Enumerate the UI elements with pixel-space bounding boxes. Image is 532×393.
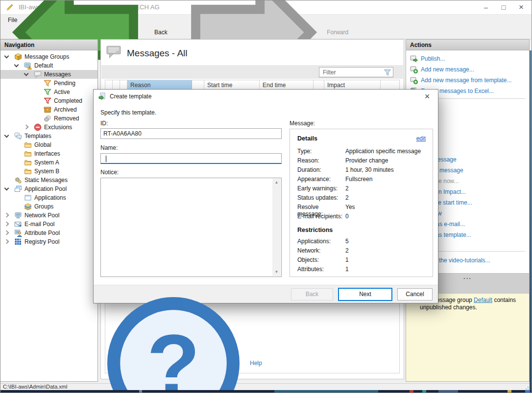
nav-item-groups[interactable]: Groups — [0, 202, 97, 211]
action-publish[interactable]: Publish... — [410, 53, 527, 64]
groups-icon — [24, 203, 32, 210]
details-header: Details — [297, 135, 317, 142]
dialog-subtitle: Specify this template. — [100, 109, 156, 116]
expander-icon[interactable] — [4, 222, 9, 227]
name-field[interactable] — [100, 153, 282, 164]
column-header-blank[interactable] — [314, 80, 324, 90]
message-label: Message: — [290, 120, 315, 127]
expander-icon[interactable] — [14, 63, 19, 68]
id-field[interactable] — [100, 128, 282, 139]
exclusion-icon — [34, 123, 42, 131]
nav-item-templates[interactable]: Templates — [0, 132, 97, 140]
expander-icon[interactable] — [4, 239, 9, 244]
column-header-blank[interactable] — [192, 80, 204, 90]
archive-box-icon — [44, 106, 51, 114]
nav-item-messages[interactable]: Messages — [0, 70, 97, 79]
expander-icon[interactable] — [4, 54, 9, 59]
back-dialog-button: Back — [291, 288, 333, 301]
nav-item-pending[interactable]: Pending — [0, 79, 97, 88]
expander-icon[interactable] — [4, 186, 9, 191]
detail-row-resolve-message: Resolve message: Yes — [297, 204, 426, 213]
nav-item-application-pool[interactable]: Application Pool — [0, 185, 97, 193]
email-icon — [14, 220, 22, 228]
monitor-warning-icon — [24, 62, 32, 69]
action-add-new-message-from-template[interactable]: Add new message from template... — [410, 75, 527, 86]
notice-textarea[interactable]: ▲ ▼ — [100, 178, 282, 277]
nav-item-message-groups[interactable]: Message Groups — [0, 52, 97, 61]
action-add-new-message[interactable]: Add new message... — [410, 64, 527, 75]
column-header-start-time[interactable]: Start time — [204, 80, 260, 90]
nav-item-removed[interactable]: Removed — [0, 114, 97, 123]
minimize-button[interactable]: – — [477, 0, 495, 15]
attribute-icon — [14, 229, 22, 237]
table-header-row: Reason Start time End time Impact — [105, 80, 399, 90]
network-icon — [14, 211, 22, 219]
nav-item-applications[interactable]: Applications — [0, 193, 97, 202]
nav-item-static-messages[interactable]: Static Messages — [0, 176, 97, 185]
folder-icon — [24, 159, 32, 166]
edit-link[interactable]: edit — [416, 135, 426, 142]
forward-button[interactable]: Forward — [174, 26, 351, 39]
nav-tree: Message Groups Default Messages Pending … — [0, 50, 97, 246]
nav-item-completed[interactable]: Completed — [0, 96, 97, 105]
close-button[interactable]: × — [512, 0, 530, 15]
nav-item-default[interactable]: Default — [0, 61, 97, 70]
nav-item-system-a[interactable]: System A — [0, 158, 97, 167]
next-button[interactable]: Next — [338, 288, 392, 301]
expander-icon[interactable] — [24, 71, 29, 76]
nav-item-global[interactable]: Global — [0, 140, 97, 149]
create-template-dialog: Create template × Specify this template.… — [93, 89, 438, 303]
help-icon: ? — [100, 290, 247, 393]
nav-item-attribute-pool[interactable]: Attribute Pool — [0, 229, 97, 237]
svg-text:?: ? — [147, 317, 200, 393]
add-message-icon — [410, 76, 418, 84]
scroll-down-icon[interactable]: ▼ — [272, 268, 281, 276]
package-icon — [14, 53, 22, 61]
nav-item-archived[interactable]: Archived — [0, 105, 97, 114]
filter-box — [319, 67, 393, 77]
publish-icon — [410, 55, 418, 63]
create-template-icon — [98, 92, 106, 100]
funnel-red-icon — [44, 97, 51, 105]
expander-icon[interactable] — [4, 133, 9, 138]
column-header-blank[interactable] — [120, 80, 127, 90]
nav-item-network-pool[interactable]: Network Pool — [0, 211, 97, 220]
nav-item-interfaces[interactable]: Interfaces — [0, 149, 97, 158]
add-message-icon — [410, 66, 418, 73]
nav-item-system-b[interactable]: System B — [0, 167, 97, 176]
message-details-box: Details edit Type: Application specific … — [290, 129, 433, 277]
column-header-impact[interactable]: Impact — [324, 80, 381, 90]
filter-strip — [101, 65, 403, 79]
nav-item-active[interactable]: Active — [0, 88, 97, 96]
notice-label: Notice: — [100, 169, 119, 176]
help-link[interactable]: ? Help — [100, 290, 262, 393]
expander-icon[interactable] — [4, 213, 9, 218]
dialog-title: Create template — [110, 93, 151, 100]
column-header-blank[interactable] — [381, 80, 399, 90]
nav-item-registry-pool[interactable]: Registry Pool — [0, 237, 97, 246]
cancel-button[interactable]: Cancel — [397, 288, 433, 301]
expander-icon[interactable] — [24, 125, 29, 130]
navigation-panel: Navigation Message Groups Default Messag… — [0, 39, 98, 382]
column-header-blank[interactable] — [105, 80, 113, 90]
scroll-up-icon[interactable]: ▲ — [272, 179, 281, 186]
column-header-blank[interactable] — [113, 80, 120, 90]
dialog-close-icon[interactable]: × — [421, 91, 433, 103]
funnel-orange-icon — [44, 79, 51, 87]
folder-icon — [24, 167, 32, 175]
name-label: Name: — [100, 144, 118, 151]
default-group-link[interactable]: Default — [474, 297, 492, 303]
nav-item-e-mail-pool[interactable]: E-mail Pool — [0, 220, 97, 229]
maximize-button[interactable]: □ — [495, 0, 512, 15]
detail-row-status-updates: Status updates: 2 — [297, 194, 426, 204]
scrollbar[interactable]: ▲ ▼ — [272, 179, 281, 276]
detail-row-duration: Duration: 1 hour, 30 minutes — [297, 166, 426, 176]
column-header-reason[interactable]: Reason — [127, 80, 192, 90]
filter-input[interactable] — [319, 68, 393, 77]
status-bar: C:\IBI-aws\Admin\Data.xml — [0, 383, 532, 390]
nav-item-exclusions[interactable]: Exclusions — [0, 123, 97, 132]
column-header-end-time[interactable]: End time — [260, 80, 314, 90]
expander-icon[interactable] — [4, 231, 9, 235]
back-button[interactable]: Back — [2, 26, 170, 39]
desktop-edge — [530, 50, 532, 390]
